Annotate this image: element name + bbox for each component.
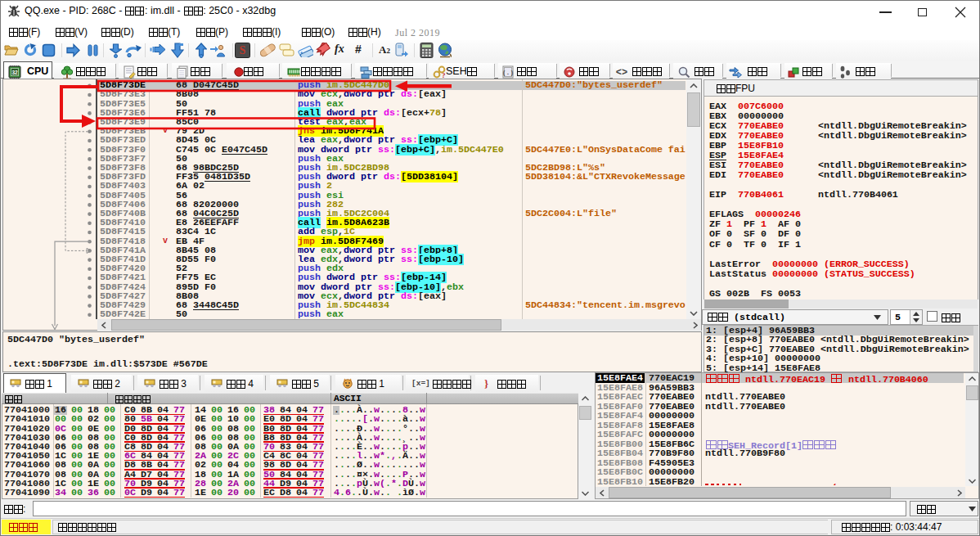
svg-text:}: } <box>484 377 488 389</box>
svg-text:[x=]: [x=] <box>411 379 430 388</box>
